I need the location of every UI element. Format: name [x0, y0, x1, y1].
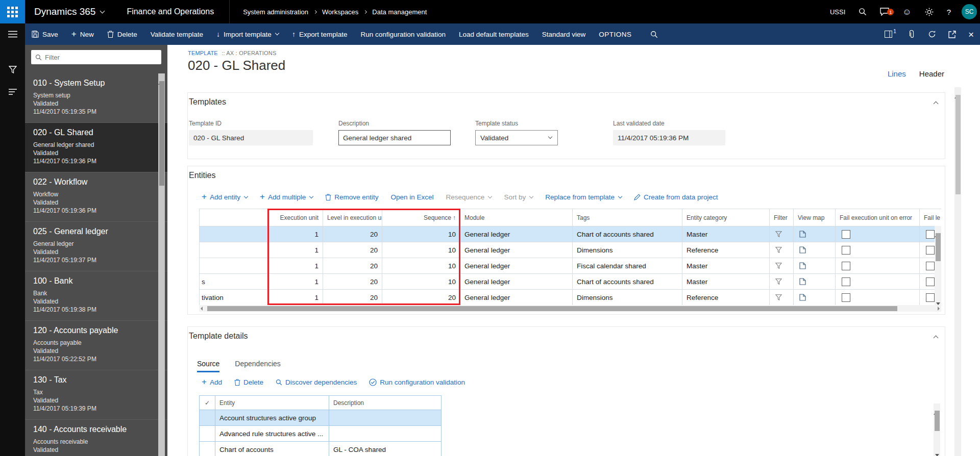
refresh-button[interactable]	[922, 23, 942, 45]
options-menu[interactable]: OPTIONS	[592, 23, 638, 45]
load-default-templates-button[interactable]: Load default templates	[452, 23, 535, 45]
entity-row[interactable]: tivation 1 20 20 General ledger Dimensio…	[200, 290, 942, 306]
cell-module[interactable]: General ledger	[460, 274, 573, 290]
col-entity[interactable]: Entity	[215, 396, 329, 410]
cell-module[interactable]: General ledger	[460, 242, 573, 258]
filter-funnel-icon[interactable]	[775, 278, 789, 285]
col-execution-unit[interactable]: Execution unit	[268, 209, 323, 226]
template-list-item-025[interactable]: 025 - General ledger General ledger Vali…	[25, 222, 167, 271]
fail-level-checkbox[interactable]	[926, 277, 935, 286]
resequence-button[interactable]: Resequence	[446, 193, 492, 201]
cell-entity-name[interactable]: s	[200, 274, 268, 290]
cell-sequence[interactable]: 20	[382, 290, 460, 306]
scrollbar-thumb[interactable]	[207, 306, 897, 311]
run-configuration-validation-link[interactable]: Run configuration validation	[369, 378, 465, 386]
view-map-icon[interactable]	[799, 231, 831, 238]
breadcrumb-item-data-management[interactable]: Data management	[372, 8, 427, 16]
feedback-button[interactable]: ☺	[896, 8, 918, 16]
task-list-button[interactable]	[0, 82, 25, 102]
cell-entity[interactable]: Advanced rule structures active ...	[215, 426, 329, 442]
cell-row-selector[interactable]	[200, 426, 215, 442]
scrollbar-thumb[interactable]	[955, 95, 961, 194]
view-map-icon[interactable]	[799, 278, 831, 285]
cell-tags[interactable]: Chart of accounts shared	[573, 226, 682, 242]
hamburger-menu-button[interactable]	[0, 23, 25, 45]
cell-level[interactable]: 20	[323, 290, 382, 306]
col-description[interactable]: Description	[329, 396, 442, 410]
tab-dependencies[interactable]: Dependencies	[235, 360, 281, 372]
cell-sequence[interactable]: 10	[382, 242, 460, 258]
search-button[interactable]	[852, 8, 873, 16]
scrollbar-thumb[interactable]	[936, 233, 941, 261]
template-list-item-120[interactable]: 120 - Accounts payable Accounts payable …	[25, 321, 167, 370]
open-in-excel-button[interactable]: Open in Excel	[391, 193, 434, 201]
cell-tags[interactable]: Fiscal calendar shared	[573, 258, 682, 274]
open-new-window-button[interactable]	[942, 23, 962, 45]
standard-view-button[interactable]: Standard view	[535, 23, 593, 45]
view-map-icon[interactable]	[799, 246, 831, 254]
actionbar-search-button[interactable]	[642, 31, 666, 38]
cell-row-selector[interactable]	[200, 410, 215, 426]
cell-entity-category[interactable]: Master	[682, 226, 770, 242]
col-fail-level[interactable]: Fail le	[920, 209, 942, 226]
cell-execution-unit[interactable]: 1	[268, 290, 323, 306]
entity-row[interactable]: s 1 20 10 General ledger Chart of accoun…	[200, 274, 942, 290]
entity-row[interactable]: 1 20 10 General ledger Chart of accounts…	[200, 226, 942, 242]
save-button[interactable]: Save	[25, 23, 65, 45]
scrollbar-thumb[interactable]	[159, 81, 164, 186]
fail-level-checkbox[interactable]	[926, 262, 935, 270]
cell-entity-category[interactable]: Reference	[682, 290, 770, 306]
fail-level-checkbox[interactable]	[926, 246, 935, 255]
export-template-button[interactable]: ↑ Export template	[285, 23, 354, 45]
template-list-item-100[interactable]: 100 - Bank Bank Validated 11/4/2017 05:1…	[25, 271, 167, 321]
cell-entity-category[interactable]: Master	[682, 274, 770, 290]
app-launcher-button[interactable]	[0, 0, 25, 23]
entities-grid-scrollbar[interactable]	[935, 226, 941, 305]
scrollbar-thumb[interactable]	[935, 411, 940, 431]
filter-input[interactable]	[45, 54, 157, 61]
col-level-in-execution-unit[interactable]: Level in execution unit	[323, 209, 382, 226]
cell-level[interactable]: 20	[323, 242, 382, 258]
cell-description[interactable]	[329, 426, 442, 442]
cell-entity-category[interactable]: Master	[682, 258, 770, 274]
filter-funnel-icon[interactable]	[775, 231, 789, 237]
details-row[interactable]: Advanced rule structures active ...	[200, 426, 442, 442]
col-module[interactable]: Module	[460, 209, 573, 226]
collapse-details-button[interactable]	[934, 336, 939, 341]
col-sequence[interactable]: Sequence↑	[382, 209, 460, 226]
col-fail-execution-unit-on-error[interactable]: Fail execution unit on error	[836, 209, 920, 226]
remove-entity-button[interactable]: Remove entity	[325, 193, 378, 201]
filter-pane-button[interactable]	[0, 59, 25, 80]
app-name[interactable]: Finance and Operations	[127, 7, 214, 16]
fail-execution-unit-checkbox[interactable]	[842, 262, 850, 270]
template-list-item-130[interactable]: 130 - Tax Tax Validated 11/4/2017 05:19:…	[25, 370, 167, 420]
create-from-data-project-button[interactable]: Create from data project	[634, 193, 718, 201]
view-map-icon[interactable]	[799, 294, 831, 301]
cell-entity-name[interactable]	[200, 258, 268, 274]
replace-from-template-button[interactable]: Replace from template	[545, 193, 622, 201]
breadcrumb-item-workspaces[interactable]: Workspaces	[322, 8, 358, 16]
cell-level[interactable]: 20	[323, 226, 382, 242]
cell-entity-name[interactable]	[200, 226, 268, 242]
message-center-button[interactable]: 1	[873, 8, 896, 16]
cell-entity-name[interactable]: tivation	[200, 290, 268, 306]
template-list-item-020[interactable]: 020 - GL Shared General ledger shared Va…	[25, 123, 167, 172]
company-picker[interactable]: USSI	[823, 8, 852, 16]
add-multiple-button[interactable]: + Add multiple	[260, 193, 313, 201]
settings-button[interactable]	[918, 8, 940, 16]
tab-source[interactable]: Source	[197, 360, 219, 372]
description-field[interactable]	[338, 130, 451, 145]
cell-entity-category[interactable]: Reference	[682, 242, 770, 258]
cell-execution-unit[interactable]: 1	[268, 274, 323, 290]
sidebar-scrollbar[interactable]	[158, 73, 165, 456]
fail-execution-unit-checkbox[interactable]	[842, 277, 850, 286]
fail-execution-unit-checkbox[interactable]	[842, 293, 850, 302]
template-list-item-022[interactable]: 022 - Workflow Workflow Validated 11/4/2…	[25, 172, 167, 222]
cell-sequence[interactable]: 10	[382, 226, 460, 242]
template-status-select[interactable]: Validated	[475, 130, 558, 145]
filter-funnel-icon[interactable]	[775, 263, 789, 269]
avatar[interactable]: SC	[962, 4, 977, 19]
cell-execution-unit[interactable]: 1	[268, 226, 323, 242]
cell-sequence[interactable]: 10	[382, 274, 460, 290]
delete-row-button[interactable]: Delete	[234, 378, 263, 386]
